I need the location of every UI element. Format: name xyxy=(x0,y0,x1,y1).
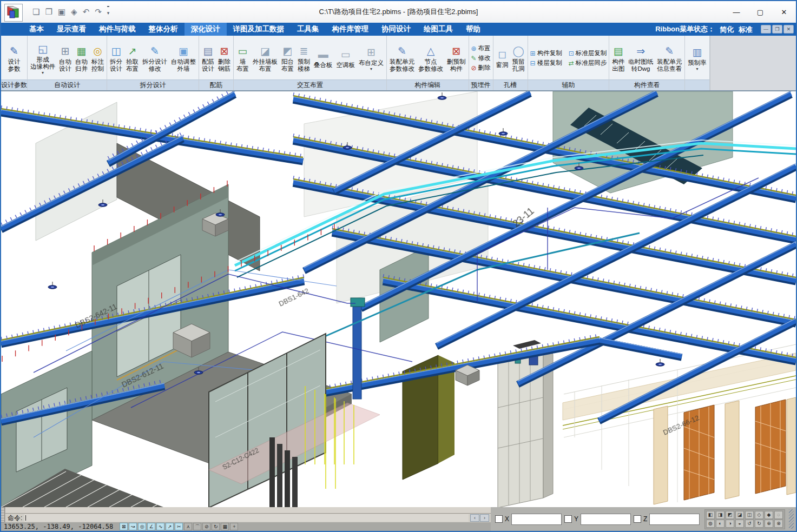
mdi-close-button[interactable]: ✕ xyxy=(783,25,794,34)
member-drawing-output-button[interactable]: ▤构件 出图 xyxy=(610,43,626,74)
snap-toggle-5[interactable]: ∿ xyxy=(156,523,164,530)
view-tool-3[interactable]: ◩ xyxy=(726,511,734,519)
auto-design-button[interactable]: ⊞自动 设计 xyxy=(57,43,73,74)
view-tool-14[interactable]: ↻ xyxy=(755,520,763,528)
view-tool-8[interactable]: ◌ xyxy=(774,511,783,519)
crosshair-toggle[interactable]: + xyxy=(230,523,238,530)
embed-delete-button[interactable]: ⊘删除 xyxy=(470,64,492,72)
viewport-3d[interactable]: DBS2-642-11 DBS2-612-11 23-11 DBS2-66-12… xyxy=(1,91,796,507)
menu-tab-构件与荷载[interactable]: 构件与荷载 xyxy=(93,23,142,36)
snap-toggle-6[interactable]: ↗ xyxy=(166,523,174,530)
grid-toggle[interactable]: ▦ xyxy=(221,523,229,530)
ribbon-state-option[interactable]: 简化 xyxy=(720,25,734,34)
qat-more-button[interactable]: ▾ xyxy=(107,6,110,18)
axis-z-input[interactable] xyxy=(649,514,700,525)
delete-rebar-button[interactable]: ⊠删除 钢筋 xyxy=(216,43,232,74)
design-parameters-button[interactable]: ✎设计 参数 xyxy=(6,43,22,74)
temp-drawing-to-dwg-button[interactable]: ⇒临时图纸 转Dwg xyxy=(627,43,655,74)
axis-y-checkbox[interactable] xyxy=(564,515,572,523)
view-tool-13[interactable]: ↺ xyxy=(745,520,754,528)
view-tool-11[interactable]: ◑ xyxy=(726,520,734,528)
split-design-modify-button[interactable]: ✎拆分设计 修改 xyxy=(141,43,169,74)
precast-rate-button[interactable]: ▥预制率▾ xyxy=(686,44,708,72)
menu-tab-显示查看[interactable]: 显示查看 xyxy=(50,23,93,36)
wall-place-button[interactable]: ▭墙 布置 xyxy=(235,43,251,74)
axis-z-checkbox[interactable] xyxy=(634,515,641,523)
split-design-button[interactable]: ◫拆分 设计 xyxy=(108,43,124,74)
form-edge-members-button[interactable]: ◱形成 边缘构件▾ xyxy=(29,41,57,76)
view-tool-9[interactable]: ◍ xyxy=(706,520,715,528)
ac-panel-button[interactable]: ▭空调板 xyxy=(335,46,357,70)
undo-button[interactable]: ↶ xyxy=(83,6,90,17)
open-file-button[interactable]: ❐ xyxy=(45,6,52,17)
menu-tab-整体分析[interactable]: 整体分析 xyxy=(142,23,185,36)
standard-floor-sync-button[interactable]: ⇄标准层同步 xyxy=(568,59,608,67)
reserved-hole-button[interactable]: ◯预留 孔洞 xyxy=(511,43,526,74)
ribbon-state-option[interactable]: 标准 xyxy=(739,25,753,34)
mode-toggle-4[interactable]: ↻ xyxy=(212,523,220,530)
menu-tab-构件库管理[interactable]: 构件库管理 xyxy=(326,23,376,36)
member-copy-button[interactable]: ⊞构件复制 xyxy=(529,49,563,57)
view-tool-7[interactable]: ◆ xyxy=(765,511,773,519)
pick-place-button[interactable]: ↗拾取 布置 xyxy=(124,43,140,74)
view-tool-5[interactable]: ◫ xyxy=(745,511,754,519)
standard-floor-copy-button[interactable]: ⊡标准层复制 xyxy=(568,49,608,57)
snap-toggle-4[interactable]: ∠ xyxy=(147,523,155,530)
view-tool-1[interactable]: ◧ xyxy=(706,511,715,519)
command-input[interactable] xyxy=(24,514,469,522)
menu-tab-详图及加工数据[interactable]: 详图及加工数据 xyxy=(227,23,291,36)
minimize-button[interactable]: — xyxy=(724,1,748,23)
command-next-button[interactable]: › xyxy=(480,514,489,522)
window-opening-button[interactable]: ◻窗洞 xyxy=(495,46,510,70)
snap-toggle-2[interactable]: ↝ xyxy=(129,523,137,530)
toolbar-grip[interactable] xyxy=(1,507,5,522)
view-tool-15[interactable]: ⊕ xyxy=(765,520,773,528)
save-as-button[interactable]: ◈ xyxy=(71,6,77,17)
rebar-design-button[interactable]: ▤配筋 设计 xyxy=(200,43,216,74)
mdi-minimize-button[interactable]: — xyxy=(761,25,771,34)
menu-tab-工具集[interactable]: 工具集 xyxy=(291,23,326,36)
cladding-panel-place-button[interactable]: ◪外挂墙板 布置 xyxy=(251,43,279,74)
assembly-unit-param-modify-button[interactable]: ✎装配单元 参数修改 xyxy=(388,43,416,74)
menu-tab-基本[interactable]: 基本 xyxy=(23,23,50,36)
command-prev-button[interactable]: ‹ xyxy=(470,514,479,522)
embed-place-button[interactable]: ⊕布置 xyxy=(470,44,492,52)
redo-button[interactable]: ↷ xyxy=(95,6,102,17)
menu-tab-绘图工具[interactable]: 绘图工具 xyxy=(417,23,459,36)
annotation-control-button[interactable]: ◎标注 控制 xyxy=(90,43,106,74)
menu-tab-深化设计[interactable]: 深化设计 xyxy=(185,23,227,36)
snap-toggle-3[interactable]: ◎ xyxy=(138,523,146,530)
mode-toggle-1[interactable]: ⋏ xyxy=(184,523,192,530)
menu-tab-帮助[interactable]: 帮助 xyxy=(459,23,487,36)
view-tool-10[interactable]: ◐ xyxy=(716,520,724,528)
view-tool-4[interactable]: ◪ xyxy=(735,511,744,519)
auto-adjust-exterior-wall-button[interactable]: ▣自动调整 外墙 xyxy=(169,43,197,74)
save-button[interactable]: ▣ xyxy=(58,6,65,17)
resize-grip[interactable] xyxy=(789,509,794,529)
menu-tab-协同设计[interactable]: 协同设计 xyxy=(375,23,417,36)
precast-stair-button[interactable]: ≣预制 楼梯 xyxy=(296,43,312,74)
snap-toggle-7[interactable]: ✂ xyxy=(175,523,183,530)
mode-toggle-2[interactable]: ⌒ xyxy=(193,523,201,530)
axis-x-input[interactable] xyxy=(511,514,562,525)
mode-toggle-3[interactable]: ⊘ xyxy=(202,523,210,530)
snap-toggle-1[interactable]: ⊠ xyxy=(120,523,128,530)
view-tool-2[interactable]: ◨ xyxy=(716,511,724,519)
node-param-modify-button[interactable]: △节点 参数修改 xyxy=(417,43,445,74)
mdi-restore-button[interactable]: ❐ xyxy=(772,25,782,34)
embed-modify-button[interactable]: ✎修改 xyxy=(470,54,492,62)
viewport-3d-model[interactable]: DBS2-642-11 DBS2-612-11 23-11 DBS2-66-12… xyxy=(1,91,796,507)
view-tool-6[interactable]: ◇ xyxy=(755,511,763,519)
delete-precast-member-button[interactable]: ⊠删预制 构件 xyxy=(445,43,467,74)
app-logo-icon[interactable] xyxy=(4,4,23,22)
close-button[interactable]: ✕ xyxy=(772,1,796,23)
maximize-button[interactable]: ▢ xyxy=(748,1,772,23)
new-file-button[interactable]: ❏ xyxy=(32,6,39,17)
view-tool-16[interactable]: ⊗ xyxy=(774,520,783,528)
floor-copy-button[interactable]: ⊟楼层复制 xyxy=(529,59,563,67)
view-tool-12[interactable]: ◒ xyxy=(735,520,744,528)
axis-y-input[interactable] xyxy=(581,514,631,525)
auto-merge-button[interactable]: ▦自动 归并 xyxy=(74,43,89,74)
axis-x-checkbox[interactable] xyxy=(495,515,503,523)
balcony-place-button[interactable]: ◩阳台 布置 xyxy=(280,43,295,74)
